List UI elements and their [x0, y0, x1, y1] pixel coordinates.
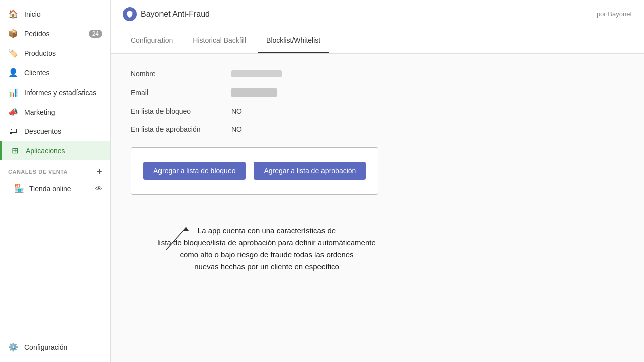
tab-configuration[interactable]: Configuration: [123, 28, 181, 53]
header: Bayonet Anti-Fraud por Bayonet: [111, 0, 644, 28]
gear-icon: ⚙️: [8, 342, 18, 352]
productos-icon: 🏷️: [8, 48, 18, 58]
sidebar-label-descuentos: Descuentos: [24, 127, 61, 135]
pedidos-icon: 📦: [8, 29, 18, 38]
configuracion-label: Configuración: [24, 343, 67, 351]
badge-pedidos: 24: [89, 30, 102, 38]
sidebar-label-clientes: Clientes: [24, 69, 50, 77]
section-label: CANALES DE VENTA: [8, 169, 68, 175]
action-box: Agregar a lista de bloqueo Agregar a lis…: [131, 147, 378, 195]
header-left: Bayonet Anti-Fraud: [123, 7, 210, 21]
sidebar-label-inicio: Inicio: [24, 10, 41, 18]
sidebar-label-pedidos: Pedidos: [24, 30, 50, 38]
sidebar-item-pedidos[interactable]: 📦 Pedidos 24: [0, 24, 110, 43]
header-title: Bayonet Anti-Fraud: [141, 10, 210, 19]
sidebar-footer-configuracion[interactable]: ⚙️ Configuración: [8, 338, 102, 356]
store-icon: 🏪: [14, 184, 24, 193]
sidebar-footer: ⚙️ Configuración: [0, 332, 110, 362]
svg-line-0: [166, 227, 186, 250]
agregar-aprobacion-button[interactable]: Agregar a lista de aprobación: [254, 162, 366, 180]
sidebar-label-marketing: Marketing: [24, 108, 55, 116]
add-channel-icon[interactable]: +: [97, 166, 102, 177]
eye-icon[interactable]: 👁: [95, 185, 102, 193]
tab-blocklist-whitelist[interactable]: Blocklist/Whitelist: [258, 28, 329, 53]
sidebar-item-marketing[interactable]: 📣 Marketing: [0, 102, 110, 122]
annotation-area: La app cuenta con una características de…: [131, 225, 624, 273]
sidebar-section-canales: CANALES DE VENTA +: [0, 160, 110, 179]
clientes-icon: 👤: [8, 68, 18, 77]
sidebar-item-inicio[interactable]: 🏠 Inicio: [0, 4, 110, 24]
sidebar-item-informes[interactable]: 📊 Informes y estadísticas: [0, 82, 110, 102]
sidebar-item-aplicaciones[interactable]: ⊞ Aplicaciones: [0, 141, 110, 160]
content-area: Nombre Email En lista de bloqueo NO En l…: [111, 54, 644, 362]
informes-icon: 📊: [8, 87, 18, 97]
annotation-line3: como alto o bajo riesgo de fraude todas …: [180, 250, 353, 259]
value-en-lista-bloqueo: NO: [231, 107, 242, 115]
tabs-bar: Configuration Historical Backfill Blockl…: [111, 28, 644, 54]
descuentos-icon: 🏷: [8, 127, 18, 136]
annotation-line4: nuevas hechas por un cliente en específi…: [194, 262, 339, 271]
annotation-line1: La app cuenta con una características de: [198, 226, 336, 235]
aplicaciones-icon: ⊞: [10, 146, 20, 155]
sidebar-label-aplicaciones: Aplicaciones: [26, 147, 65, 155]
header-credit: por Bayonet: [597, 10, 632, 18]
form-row-aprobacion: En lista de aprobación NO: [131, 125, 483, 133]
value-nombre: [231, 70, 282, 77]
form-row-nombre: Nombre: [131, 70, 483, 78]
tab-historical-backfill[interactable]: Historical Backfill: [185, 28, 254, 53]
agregar-bloqueo-button[interactable]: Agregar a lista de bloqueo: [143, 162, 246, 180]
arrow-annotation: [161, 225, 191, 257]
app-logo: Bayonet Anti-Fraud: [123, 7, 210, 21]
logo-shield-icon: [123, 7, 137, 21]
tienda-online-actions: 👁: [95, 185, 102, 193]
label-en-lista-bloqueo: En lista de bloqueo: [131, 107, 231, 115]
label-nombre: Nombre: [131, 70, 231, 78]
sidebar: 🏠 Inicio 📦 Pedidos 24 🏷️ Productos 👤 Cli…: [0, 0, 111, 362]
sidebar-item-productos[interactable]: 🏷️ Productos: [0, 43, 110, 63]
value-en-lista-aprobacion: NO: [231, 125, 242, 133]
sidebar-item-tienda-online[interactable]: 🏪 Tienda online 👁: [0, 179, 110, 198]
sidebar-label-informes: Informes y estadísticas: [24, 88, 96, 97]
label-en-lista-aprobacion: En lista de aprobación: [131, 125, 231, 133]
sidebar-nav: 🏠 Inicio 📦 Pedidos 24 🏷️ Productos 👤 Cli…: [0, 0, 110, 332]
sidebar-label-productos: Productos: [24, 49, 56, 57]
svg-marker-1: [183, 227, 189, 231]
marketing-icon: 📣: [8, 107, 18, 117]
tienda-online-label: Tienda online: [29, 185, 71, 193]
main-area: Bayonet Anti-Fraud por Bayonet Configura…: [111, 0, 644, 362]
sidebar-item-descuentos[interactable]: 🏷 Descuentos: [0, 122, 110, 141]
form-row-email: Email: [131, 88, 483, 97]
form-row-bloqueo: En lista de bloqueo NO: [131, 107, 483, 115]
value-email: [231, 88, 277, 97]
label-email: Email: [131, 88, 231, 97]
inicio-icon: 🏠: [8, 9, 18, 19]
sidebar-item-clientes[interactable]: 👤 Clientes: [0, 63, 110, 82]
